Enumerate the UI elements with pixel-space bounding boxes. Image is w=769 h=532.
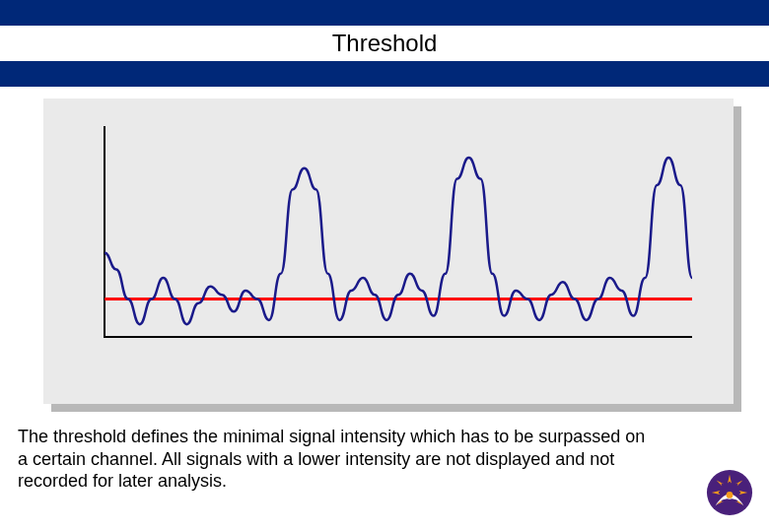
slide: Threshold The threshold defines the mini…	[0, 0, 769, 532]
title-bar: Threshold	[0, 0, 769, 87]
signal-chart	[43, 99, 734, 404]
slide-title: Threshold	[0, 26, 769, 61]
description-text: The threshold defines the minimal signal…	[18, 426, 659, 493]
chart-svg	[43, 99, 734, 404]
chart-panel	[43, 99, 734, 404]
svg-point-9	[727, 492, 734, 499]
logo-icon	[706, 469, 753, 516]
